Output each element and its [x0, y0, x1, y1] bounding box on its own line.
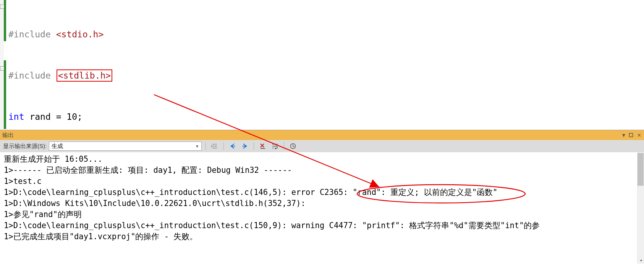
vertical-scrollbar[interactable]: ▴ ▾: [637, 152, 644, 264]
collapse-toggle-icon[interactable]: -: [0, 5, 4, 9]
output-line: 1>D:\code\learning_cplusplus\c++_introdu…: [4, 220, 640, 231]
clock-icon[interactable]: [288, 141, 298, 151]
output-line: 1>------ 已启动全部重新生成: 项目: day1, 配置: Debug …: [4, 165, 640, 176]
code-editor[interactable]: - - #include <stdio.h> #include <stdlib.…: [0, 0, 644, 130]
output-line: 1>已完成生成项目"day1.vcxproj"的操作 - 失败。: [4, 231, 640, 242]
output-source-label: 显示输出来源(S):: [3, 143, 47, 150]
output-panel: 输出 ▼ ✕ 显示输出来源(S): 生成 ▼: [0, 130, 644, 264]
word-wrap-icon[interactable]: [270, 141, 280, 151]
output-line: 1>D:\Windows Kits\10\Include\10.0.22621.…: [4, 198, 640, 209]
output-line: 重新生成开始于 16:05...: [4, 154, 640, 165]
panel-header[interactable]: 输出 ▼ ✕: [0, 130, 644, 140]
svg-rect-0: [629, 134, 633, 137]
editor-gutter: - -: [0, 0, 8, 130]
code-line[interactable]: int rand = 10;: [8, 110, 144, 124]
combo-value: 生成: [52, 143, 63, 150]
output-line: 1>D:\code\learning_cplusplus\c++_introdu…: [4, 187, 640, 198]
panel-title: 输出: [2, 132, 14, 139]
back-arrow-icon[interactable]: [228, 141, 238, 151]
code-line[interactable]: #include <stdlib.h>: [8, 69, 144, 82]
output-body[interactable]: 重新生成开始于 16:05... 1>------ 已启动全部重新生成: 项目:…: [0, 152, 644, 264]
close-icon[interactable]: ✕: [636, 132, 642, 138]
output-line: 1>参见"rand"的声明: [4, 209, 640, 220]
maximize-icon[interactable]: [629, 133, 634, 137]
dropdown-icon[interactable]: ▼: [621, 132, 626, 138]
indent-icon[interactable]: [210, 141, 220, 151]
chevron-down-icon: ▼: [195, 144, 199, 148]
clear-icon[interactable]: [258, 141, 268, 151]
scrollbar-thumb[interactable]: [638, 153, 644, 186]
output-source-combo[interactable]: 生成 ▼: [49, 142, 202, 151]
collapse-toggle-icon[interactable]: -: [0, 66, 4, 71]
code-line[interactable]: #include <stdio.h>: [8, 27, 144, 41]
output-line: 1>test.c: [4, 176, 640, 187]
panel-toolbar: 显示输出来源(S): 生成 ▼: [0, 140, 644, 152]
forward-arrow-icon[interactable]: [240, 141, 250, 151]
highlight-stdlib: <stdlib.h>: [57, 69, 112, 82]
